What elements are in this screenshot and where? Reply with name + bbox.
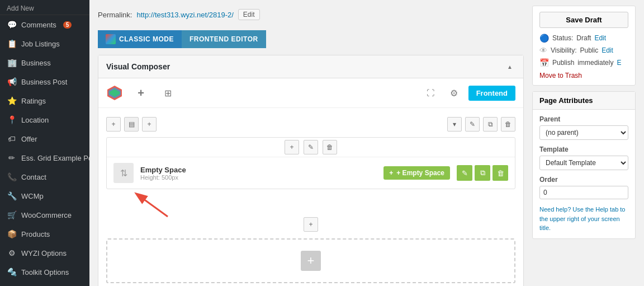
- vc-row-right-controls: ▾ ✎ ⧉ 🗑: [447, 117, 515, 132]
- add-element-top-button[interactable]: +: [285, 140, 299, 154]
- main-inner: Permalink: http://test313.wyzi.net/2819-…: [89, 0, 644, 286]
- gear-icon: ⚙: [450, 88, 458, 99]
- publish-label: Publish: [552, 59, 574, 67]
- frontend-editor-button[interactable]: FRONTEND EDITOR: [182, 30, 266, 48]
- vc-row-controls-top: + ▤ + ▾ ✎ ⧉ 🗑: [106, 114, 515, 135]
- element-edit-button[interactable]: ✎: [457, 165, 472, 181]
- sidebar-item-wcmp[interactable]: 🔧 WCMp: [0, 186, 89, 205]
- mode-switcher: CLASSIC MODE FRONTEND EDITOR: [98, 30, 524, 48]
- arrow-area: [106, 191, 515, 197]
- sidebar-item-ess-grid[interactable]: ✏ Ess. Grid Example Posts: [0, 148, 89, 167]
- permalink-url[interactable]: http://test313.wyzi.net/2819-2/: [136, 11, 233, 19]
- element-green-label: + Empty Space: [396, 169, 444, 177]
- add-row-below-button[interactable]: +: [304, 217, 318, 232]
- comments-badge: 5: [63, 21, 72, 29]
- vc-collapse-icon[interactable]: [504, 61, 515, 72]
- sidebar-item-label: WCMp: [21, 192, 44, 200]
- row-dropdown-button[interactable]: ▾: [447, 117, 462, 132]
- vc-frontend-button[interactable]: Frontend: [468, 86, 515, 101]
- row-delete-button[interactable]: 🗑: [501, 117, 515, 132]
- vc-add-element-button[interactable]: +: [132, 84, 150, 102]
- element-green-add-button[interactable]: + + Empty Space: [383, 166, 450, 180]
- red-arrow: [134, 189, 179, 217]
- column-selector-button[interactable]: ▤: [124, 117, 139, 132]
- sidebar-item-business[interactable]: 🏢 Business: [0, 53, 89, 72]
- sidebar-item-wyzi-options[interactable]: ⚙ WYZI Options: [0, 243, 89, 262]
- element-container: + ✎ 🗑 ⇅ Empty Space: [106, 137, 515, 189]
- sidebar-item-job-listings[interactable]: 📋 Job Listings: [0, 34, 89, 53]
- sidebar-item-toolkit-options[interactable]: 🔩 Toolkit Options: [0, 262, 89, 282]
- sidebar-item-woocommerce[interactable]: 🛒 WooCommerce: [0, 205, 89, 224]
- row-edit-button[interactable]: ✎: [465, 117, 480, 132]
- vc-row-left-controls: + ▤ +: [106, 117, 157, 132]
- status-row: 🔵 Status: Draft Edit: [539, 34, 628, 43]
- permalink-label: Permalink:: [98, 11, 132, 19]
- wyzi-options-icon: ⚙: [7, 248, 17, 258]
- sidebar-item-label: Contact: [21, 173, 46, 181]
- delete-element-top-button[interactable]: 🗑: [323, 140, 337, 154]
- sidebar-item-label: Location: [21, 116, 49, 124]
- order-label: Order: [539, 176, 628, 184]
- permalink-edit-button[interactable]: Edit: [238, 9, 260, 20]
- sidebar-item-business-post[interactable]: 📢 Business Post: [0, 72, 89, 91]
- ratings-icon: ⭐: [7, 96, 17, 106]
- save-draft-button[interactable]: Save Draft: [539, 12, 628, 28]
- sidebar-item-label: WooCommerce: [21, 211, 72, 219]
- sidebar-item-products[interactable]: 📦 Products: [0, 224, 89, 243]
- publish-body: Save Draft 🔵 Status: Draft Edit 👁 Visibi…: [533, 6, 635, 85]
- parent-label: Parent: [539, 115, 628, 123]
- location-icon: 📍: [7, 115, 17, 125]
- element-icon: ⇅: [113, 163, 134, 183]
- sidebar-item-ratings[interactable]: ⭐ Ratings: [0, 91, 89, 110]
- vc-template-button[interactable]: ⊞: [159, 84, 177, 102]
- sidebar-item-label: Offer: [21, 135, 37, 143]
- template-select[interactable]: Default Template: [539, 156, 628, 170]
- sidebar-item-label: Business: [21, 59, 51, 67]
- sidebar-item-offer[interactable]: 🏷 Offer: [0, 129, 89, 148]
- order-input[interactable]: [539, 186, 628, 199]
- visibility-edit-link[interactable]: Edit: [602, 46, 613, 54]
- status-edit-link[interactable]: Edit: [594, 34, 606, 42]
- business-icon: 🏢: [7, 58, 17, 68]
- visual-composer-panel: Visual Composer +: [98, 55, 524, 286]
- page-attributes-box: Page Attributes Parent (no parent) Templ…: [532, 91, 636, 239]
- sidebar-item-label: Toolkit Options: [21, 268, 69, 276]
- publish-edit-link[interactable]: E: [617, 59, 621, 67]
- sidebar-item-comments[interactable]: 💬 Comments 5: [0, 15, 89, 34]
- sidebar-item-label: Job Listings: [21, 40, 60, 48]
- vc-logo: [106, 85, 123, 101]
- content-area: Permalink: http://test313.wyzi.net/2819-…: [98, 6, 524, 280]
- sidebar-item-label: Comments: [21, 21, 56, 29]
- vc-settings-button[interactable]: ⚙: [445, 84, 463, 102]
- element-name: Empty Space: [140, 166, 377, 174]
- element-copy-button[interactable]: ⧉: [475, 165, 490, 181]
- classic-mode-button[interactable]: CLASSIC MODE: [98, 30, 182, 48]
- need-help-text: Need help? Use the Help tab to the upper…: [539, 205, 628, 233]
- ess-grid-icon: ✏: [7, 153, 17, 163]
- job-listings-icon: 📋: [7, 39, 17, 49]
- add-column-right-button[interactable]: +: [142, 117, 157, 132]
- sidebar-item-contact[interactable]: 📞 Contact: [0, 167, 89, 186]
- element-delete-button[interactable]: 🗑: [493, 165, 508, 181]
- row-copy-button[interactable]: ⧉: [483, 117, 498, 132]
- add-column-left-button[interactable]: +: [106, 117, 121, 132]
- woocommerce-icon: 🛒: [7, 210, 17, 220]
- parent-select[interactable]: (no parent): [539, 125, 628, 140]
- move-arrows-icon: ⇅: [120, 168, 127, 179]
- element-row: ⇅ Empty Space Height: 500px + + Empty Sp…: [107, 157, 515, 189]
- dashed-add-button[interactable]: +: [301, 251, 321, 271]
- visibility-label: Visibility:: [551, 46, 576, 54]
- edit-element-top-button[interactable]: ✎: [304, 140, 318, 154]
- move-trash-link[interactable]: Move to Trash: [539, 72, 628, 79]
- permalink-bar: Permalink: http://test313.wyzi.net/2819-…: [98, 6, 524, 25]
- sidebar-item-label: Products: [21, 230, 50, 238]
- element-action-buttons: ✎ ⧉ 🗑: [457, 165, 508, 181]
- visibility-row: 👁 Visibility: Public Edit: [539, 46, 628, 55]
- sidebar-item-location[interactable]: 📍 Location: [0, 110, 89, 129]
- status-label: Status:: [552, 34, 573, 42]
- vc-logo-small: [106, 34, 116, 44]
- vc-expand-button[interactable]: ⛶: [422, 84, 439, 102]
- plus-icon: +: [138, 87, 144, 100]
- publish-box: Save Draft 🔵 Status: Draft Edit 👁 Visibi…: [532, 6, 636, 86]
- vc-panel-header: Visual Composer: [98, 55, 523, 78]
